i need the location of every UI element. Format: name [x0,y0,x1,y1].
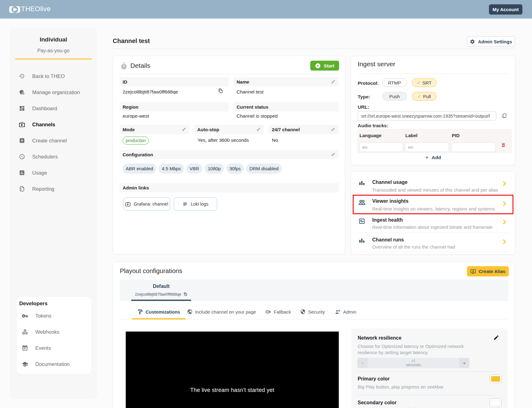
protocol-srt-button[interactable]: ✓ SRT [412,78,437,87]
language-input[interactable] [359,142,403,152]
loki-logs-button[interactable]: Loki logs [174,197,217,211]
copy-icon[interactable] [501,113,507,119]
edit-pencil-icon[interactable] [182,127,186,132]
tab-customizations[interactable]: Customizations [132,301,185,319]
sidebar-item-webhooks[interactable]: Webhooks [17,324,91,340]
ingest-divider [358,74,509,74]
video-player[interactable]: The live stream hasn't started yet [126,332,339,408]
monitor-pulse-icon [358,217,366,225]
video-camera-icon [265,309,271,315]
add-box-icon [19,137,25,144]
calendar-icon [22,345,28,351]
channel-runs-row[interactable]: Channel runs Overview of all the runs th… [351,232,515,252]
brand-name-bold: THEO [21,5,40,13]
primary-color-desc: Big Play button, play progress on seekba… [358,384,444,390]
label-input[interactable] [405,142,449,152]
config-pill: VBR [186,163,202,174]
secondary-color-value [491,400,500,406]
pid-input[interactable] [451,142,495,152]
sidebar-item-back-to-theo[interactable]: Back to THEO [10,68,97,84]
edit-pencil-icon[interactable] [331,127,335,132]
viewer-insights-row[interactable]: Viewer insights Real-time insights on vi… [351,196,515,215]
field-label-247: 24/7 channel [269,125,338,134]
network-resilience-title: Network resilience [358,335,401,341]
field-value-mode: production [123,137,149,145]
create-alias-button[interactable]: Create Alias [467,266,509,276]
edit-pencil-icon[interactable] [493,335,499,341]
secondary-color-title: Secondary color [358,400,396,406]
theolive-logo[interactable]: THEOlive [9,6,51,13]
copy-icon[interactable] [218,88,224,94]
bar-chart-icon [358,237,366,245]
start-button[interactable]: Start [310,61,339,71]
active-alias-underline [131,300,191,301]
field-value-status: Channel is stopped [237,113,278,119]
brand-name: THEOlive [21,5,51,13]
details-card: Details Start ID Name 2zejcol8bjtt87faw0… [113,56,345,254]
alias-tabs-strip: Default 2zejcol8bjtt87faw0ff688qe [120,280,508,301]
primary-color-swatch[interactable] [490,375,502,383]
chevron-right-icon [503,219,506,224]
admin-settings-button[interactable]: Admin Settings [467,36,515,47]
sidebar-item-events[interactable]: Events [17,340,91,356]
key-icon [22,313,28,319]
sidebar-item-tokens[interactable]: Tokens [17,308,91,324]
edit-pencil-icon[interactable] [256,127,261,132]
sidebar-item-manage-organization[interactable]: Manage organization [10,84,97,100]
sidebar-item-create-channel[interactable]: Create channel [10,132,97,149]
type-pull-button[interactable]: ✓ Pull [412,92,437,101]
type-push-button[interactable]: Push [382,92,407,101]
tab-include-channel[interactable]: Include channel on your page [182,301,261,319]
primary-color-title: Primary color [358,376,390,382]
customizations-panel: Network resilience Choose for Optimized … [351,328,508,408]
sidebar-item-dashboard[interactable]: Dashboard [10,100,97,116]
webhook-icon [22,329,28,335]
sidebar-item-channels[interactable]: Channels [10,116,97,132]
page-title-divider [113,48,515,49]
url-label: URL: [358,104,369,110]
developers-list: Tokens Webhooks Events Documentation [17,308,91,372]
stepper-minus-button[interactable]: - [357,358,368,368]
url-input[interactable] [358,111,496,121]
active-tab-underline [132,318,185,319]
bar-chart-box-icon [19,170,25,176]
sidebar-item-reporting[interactable]: Reporting [10,181,97,197]
brand-name-light: live [40,5,51,13]
add-audio-track-button[interactable]: + Add [351,154,515,161]
channel-usage-row[interactable]: Channel usage Transcoded and viewed minu… [351,171,515,196]
top-header-bar: THEOlive My Account [0,0,532,19]
stepper-plus-button[interactable]: + [459,358,469,368]
audio-tracks-label: Audio tracks: [358,123,388,128]
developers-title: Developers [19,301,91,307]
type-label: Type: [358,94,370,100]
protocol-rtmp-button[interactable]: RTMP [382,78,407,87]
shield-icon [300,309,306,315]
playout-title: Playout configurations [120,267,182,275]
grafana-channel-button[interactable]: Grafana: channel [123,197,170,211]
organization-plan: Pay-as-you-go [10,48,97,54]
my-account-button[interactable]: My Account [489,4,522,15]
edit-pencil-icon[interactable] [331,152,335,157]
tab-security[interactable]: Security [295,301,330,319]
channel-insights-card: Channel usage Transcoded and viewed minu… [351,171,515,254]
label-column-label: Label [405,133,417,138]
gear-icon [470,39,475,44]
alias-tab-default[interactable]: Default 2zejcol8bjtt87faw0ff688qe [131,280,191,301]
page-title: Channel test [113,37,150,45]
sidebar-item-documentation[interactable]: Documentation [17,356,91,372]
config-pill: 30fps [226,163,244,174]
secondary-color-swatch[interactable] [490,398,502,407]
config-pill: 4.5 Mbps [159,163,184,174]
copy-icon[interactable] [183,292,188,297]
sidebar-divider [15,59,92,59]
field-value-autostop: Yes, after 3600 seconds [198,137,249,143]
tab-admin[interactable]: Admin [329,301,362,319]
tab-fallback[interactable]: Fallback [260,301,296,319]
edit-pencil-icon[interactable] [331,80,335,84]
bar-chart-icon [358,179,366,187]
sidebar-item-usage[interactable]: Usage [10,165,97,181]
live-tv-icon [19,121,25,128]
sidebar-item-schedulers[interactable]: Schedulers [10,149,97,165]
delete-icon[interactable] [501,142,506,148]
ingest-health-row[interactable]: Ingest health Real-time information abou… [351,215,515,232]
